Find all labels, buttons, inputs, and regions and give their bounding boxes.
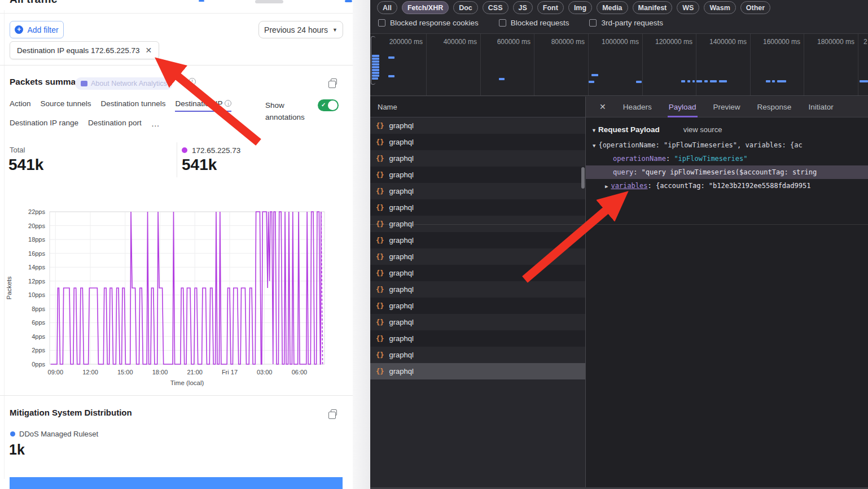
close-icon[interactable]: ✕ [599,102,606,111]
timeline-request-bar [372,77,378,80]
tab-source-tunnels[interactable]: Source tunnels [41,99,91,112]
request-row[interactable]: {}graphql [370,363,585,379]
payload-summary-line[interactable]: ▼{operationName: "ipFlowTimeseries", var… [586,138,868,152]
timeline-request-bar [681,80,685,82]
timeline-request-bar [772,80,775,82]
request-name: graphql [389,318,413,326]
screenshot-seam [370,224,868,225]
expand-card-icon[interactable] [331,78,337,85]
mitigation-title: Mitigation System Distribution [10,408,132,417]
filter-chip-label: Destination IP equals 172.65.225.73 [17,46,139,55]
request-row[interactable]: {}graphql [370,347,585,363]
timeline-gridline [480,34,481,96]
timeline-tick-label: 1200000 ms [650,38,692,46]
tab-destination-ip-range[interactable]: Destination IP range [10,119,78,132]
packets-timeseries-chart: 0pps2pps4pps6pps8pps10pps12pps14pps16pps… [0,202,353,391]
name-column-header[interactable]: Name [370,97,585,117]
checkbox-label: Blocked requests [511,19,569,27]
checkbox-3rd-party-requests[interactable]: 3rd-party requests [589,19,663,27]
series-value: 541k [182,156,217,174]
expanded-triangle-icon[interactable]: ▼ [593,143,595,149]
detail-tab-headers[interactable]: Headers [623,97,652,117]
dimension-tabs-row1: ActionSource tunnelsDestination tunnelsD… [10,99,231,112]
filter-pill-css[interactable]: CSS [483,1,508,14]
clipped-control [255,0,283,3]
detail-tab-preview[interactable]: Preview [713,97,740,117]
checkbox-icon[interactable] [378,19,385,27]
filter-pill-wasm[interactable]: Wasm [704,1,735,14]
request-payload-title[interactable]: ▼Request Payload [591,125,660,134]
more-tabs-button[interactable]: … [151,119,160,132]
filter-pill-media[interactable]: Media [597,1,628,14]
detail-tab-payload[interactable]: Payload [669,97,696,117]
svg-text:15:00: 15:00 [117,369,133,376]
remove-filter-icon[interactable]: ✕ [145,46,152,55]
request-row[interactable]: {}graphql [370,248,585,265]
timeline-request-bar [766,80,770,82]
json-request-icon: {} [376,171,384,179]
timeline-request-bar [372,75,379,77]
request-row[interactable]: {}graphql [370,117,585,134]
view-source-link[interactable]: view source [683,125,722,134]
mitigation-bar [10,477,343,489]
checkbox-label: 3rd-party requests [601,19,663,27]
mitigation-color-dot [10,431,15,436]
timeline-gridline [804,34,804,96]
request-row[interactable]: {}graphql [370,314,585,330]
svg-text:22pps: 22pps [28,208,45,215]
timeline-request-bar [696,80,702,82]
collapsed-triangle-icon[interactable]: ▶ [605,184,608,189]
checkbox-icon[interactable] [499,19,506,27]
tab-destination-ip[interactable]: Destination IPi [175,99,231,112]
section-divider [0,395,353,396]
filter-pill-fetch-xhr[interactable]: Fetch/XHR [402,1,449,14]
packets-summary-title: Packets summary [10,77,84,87]
filter-pill-font[interactable]: Font [537,1,564,14]
request-row[interactable]: {}graphql [370,150,585,167]
filter-pill-ws[interactable]: WS [677,1,699,14]
time-range-dropdown[interactable]: Previous 24 hours ▼ [258,21,343,38]
request-row[interactable]: {}graphql [370,232,585,248]
checkbox-icon[interactable] [589,19,597,27]
checkbox-blocked-requests[interactable]: Blocked requests [499,19,569,27]
request-row[interactable]: {}graphql [370,183,585,199]
request-row[interactable]: {}graphql [370,298,585,314]
tab-destination-tunnels[interactable]: Destination tunnels [101,99,166,112]
payload-query-row[interactable]: query: "query ipFlowTimeseries($accountT… [586,165,868,179]
request-row[interactable]: {}graphql [370,134,585,150]
timeline-gridline [534,34,534,96]
tab-action[interactable]: Action [10,99,31,112]
network-timeline-overview[interactable]: 200000 ms400000 ms600000 ms800000 ms1000… [370,33,868,96]
timeline-tick-label: 1600000 ms [757,38,800,46]
checkbox-blocked-response-cookies[interactable]: Blocked response cookies [378,19,479,27]
request-row[interactable]: {}graphql [370,281,585,298]
filter-pill-doc[interactable]: Doc [453,1,478,14]
filter-pill-all[interactable]: All [377,1,397,14]
add-filter-button[interactable]: + Add filter [10,21,64,38]
filter-pill-img[interactable]: Img [568,1,592,14]
filter-pill-manifest[interactable]: Manifest [633,1,673,14]
timeline-request-bar [499,78,505,80]
request-row[interactable]: {}graphql [370,199,585,216]
svg-text:2pps: 2pps [32,347,45,353]
timeline-tick-label: 200000 ms [380,38,423,46]
timeline-request-bar [591,74,598,76]
request-row[interactable]: {}graphql [370,167,585,183]
request-row[interactable]: {}graphql [370,265,585,281]
request-list-scrollbar[interactable] [581,167,585,189]
filter-pill-other[interactable]: Other [740,1,770,14]
expand-card-icon[interactable] [331,409,337,416]
tab-destination-port[interactable]: Destination port [88,119,142,132]
request-name: graphql [389,171,413,179]
detail-tab-response[interactable]: Response [757,97,792,117]
payload-variables-row[interactable]: ▶variables: {accountTag: "b12e3b2192ee55… [586,179,868,193]
filter-pill-js[interactable]: JS [513,1,533,14]
timeline-tick-label: 1800000 ms [812,38,854,46]
about-network-analytics-badge[interactable]: About Network Analytics [75,77,173,90]
annotations-toggle[interactable]: ✓ [318,99,339,111]
detail-tab-initiator[interactable]: Initiator [808,97,833,117]
request-row[interactable]: {}graphql [370,330,585,347]
timeline-request-bar [777,80,786,82]
toggle-knob [328,101,337,110]
add-filter-label: Add filter [27,25,58,34]
